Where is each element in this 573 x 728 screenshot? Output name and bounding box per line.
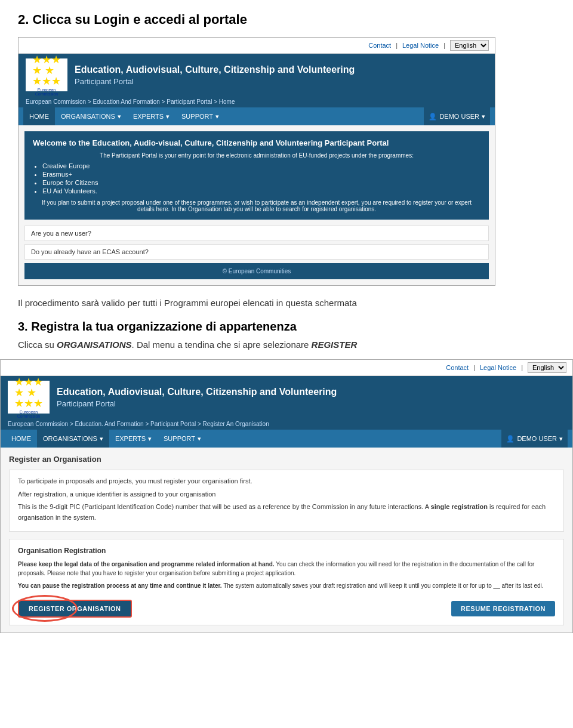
register-content: Register an Organisation To participate … bbox=[1, 448, 572, 633]
contact-link-2[interactable]: Contact bbox=[446, 364, 469, 371]
nav-user[interactable]: 👤 DEMO USER ▾ bbox=[424, 107, 490, 125]
portal-screenshot-1: Contact | Legal Notice | English ★★★★ ★★… bbox=[18, 37, 495, 286]
legal-notice-link[interactable]: Legal Notice bbox=[402, 42, 439, 49]
resume-registration-button[interactable]: RESUME REGISTRATION bbox=[451, 601, 555, 616]
register-btn-wrapper: REGISTER ORGANISATION bbox=[18, 600, 132, 618]
list-item: Creative Europe bbox=[42, 162, 480, 169]
faq-item-2[interactable]: Do you already have an ECAS account? bbox=[24, 244, 489, 260]
org-registration-section: Organisation Registration Please keep th… bbox=[9, 539, 564, 625]
portal1-footer: © European Communities bbox=[24, 263, 489, 279]
info-line2: After registration, a unique identifier … bbox=[18, 489, 555, 500]
portal1-content: Welcome to the Education, Audio-visual, … bbox=[19, 125, 495, 285]
experts-dropdown-icon: ▾ bbox=[166, 113, 170, 121]
org-p2-strong: You can pause the registration process a… bbox=[18, 582, 222, 589]
legal-notice-link-2[interactable]: Legal Notice bbox=[480, 364, 516, 371]
info-line3: This is the 9-digit PIC (Participant Ide… bbox=[18, 502, 555, 523]
portal-screenshot-2: Contact | Legal Notice | English ★★★★ ★★… bbox=[0, 359, 573, 633]
info-box: To participate in proposals and projects… bbox=[9, 470, 564, 532]
list-item: EU Aid Volunteers. bbox=[42, 187, 480, 195]
portal2-nav: HOME ORGANISATIONS ▾ EXPERTS ▾ SUPPORT ▾… bbox=[1, 430, 572, 448]
portal2-header: ★★★★ ★★★★ European Commission Education,… bbox=[1, 376, 572, 418]
logo-label2: Commission bbox=[35, 92, 58, 96]
section3-title: 3. Registra la tua organizzazione di app… bbox=[18, 320, 555, 334]
nav2-organisations[interactable]: ORGANISATIONS ▾ bbox=[37, 430, 109, 448]
org-section-p1: Please keep the legal data of the organi… bbox=[18, 560, 555, 578]
portal1-nav: HOME ORGANISATIONS ▾ EXPERTS ▾ SUPPORT ▾… bbox=[19, 107, 495, 125]
organisations-dropdown-icon-2: ▾ bbox=[100, 435, 103, 443]
portal1-topbar: Contact | Legal Notice | English bbox=[19, 38, 495, 54]
user-dropdown-icon-2: ▾ bbox=[559, 435, 563, 443]
support-dropdown-icon: ▾ bbox=[215, 113, 219, 121]
portal2-header-text: Education, Audiovisual, Culture, Citizen… bbox=[57, 387, 337, 408]
portal1-sub-title: Participant Portal bbox=[75, 77, 355, 86]
eu-stars-2: ★★★★ ★★★★ bbox=[14, 377, 43, 409]
nav2-user[interactable]: 👤 DEMO USER ▾ bbox=[501, 430, 568, 448]
welcome-footer: If you plan to submit a project proposal… bbox=[33, 199, 480, 212]
org-section-title: Organisation Registration bbox=[18, 547, 555, 555]
info-line3-strong: single registration bbox=[431, 503, 488, 510]
eu-stars: ★★★★ ★★★★ bbox=[32, 54, 61, 87]
user-icon: 👤 bbox=[429, 113, 437, 121]
body-text: Il procedimento sarà valido per tutti i … bbox=[18, 298, 555, 308]
page-title: Register an Organisation bbox=[9, 455, 564, 464]
portal1-header-text: Education, Audiovisual, Culture, Citizen… bbox=[75, 64, 355, 86]
organisations-dropdown-icon: ▾ bbox=[118, 113, 121, 121]
org-p1-label: Please keep the legal data of the organi… bbox=[18, 561, 275, 567]
nav-organisations[interactable]: ORGANISATIONS ▾ bbox=[55, 107, 127, 125]
list-item: Erasmus+ bbox=[42, 171, 480, 178]
reg-buttons: REGISTER ORGANISATION RESUME REGISTRATIO… bbox=[18, 600, 555, 618]
portal2-breadcrumb: European Commission > Education. And For… bbox=[1, 418, 572, 430]
language-select-2[interactable]: English bbox=[528, 362, 566, 373]
logo-label1-2: European bbox=[20, 410, 38, 414]
info-line1: To participate in proposals and projects… bbox=[18, 476, 555, 487]
portal1-breadcrumb: European Commission > Education And Form… bbox=[19, 96, 495, 107]
nav-support[interactable]: SUPPORT ▾ bbox=[175, 107, 225, 125]
welcome-intro: The Participant Portal is your entry poi… bbox=[33, 152, 480, 159]
register-organisation-button[interactable]: REGISTER ORGANISATION bbox=[18, 600, 132, 618]
logo-label1: European bbox=[38, 88, 56, 92]
logo-label2-2: Commission bbox=[17, 414, 41, 418]
info-line3-mid: that will be used as a reference by the … bbox=[199, 503, 430, 510]
nav2-home[interactable]: HOME bbox=[5, 430, 37, 448]
portal2-main-title: Education, Audiovisual, Culture, Citizen… bbox=[57, 387, 337, 397]
portal1-main-title: Education, Audiovisual, Culture, Citizen… bbox=[75, 64, 355, 75]
nav-experts[interactable]: EXPERTS ▾ bbox=[127, 107, 175, 125]
info-line3-pre: This is the 9-digit PIC (Participant Ide… bbox=[18, 503, 199, 510]
user-dropdown-icon: ▾ bbox=[482, 113, 485, 121]
user-icon-2: 👤 bbox=[506, 435, 515, 443]
welcome-title: Welcome to the Education, Audio-visual, … bbox=[33, 138, 480, 147]
list-item: Europe for Citizens bbox=[42, 179, 480, 186]
faq-item-1[interactable]: Are you a new user? bbox=[24, 226, 489, 241]
eu-logo-2: ★★★★ ★★★★ European Commission bbox=[8, 381, 50, 414]
eu-logo: ★★★★ ★★★★ European Commission bbox=[26, 58, 67, 91]
portal2-sub-title: Participant Portal bbox=[57, 399, 337, 408]
portal1-header: ★★★★ ★★★★ European Commission Education,… bbox=[19, 54, 495, 96]
nav-home[interactable]: HOME bbox=[23, 107, 55, 125]
contact-link[interactable]: Contact bbox=[368, 42, 391, 49]
welcome-list: Creative Europe Erasmus+ Europe for Citi… bbox=[42, 162, 480, 195]
section2-title: 2. Clicca su Login e accedi al portale bbox=[18, 12, 555, 27]
nav2-experts[interactable]: EXPERTS ▾ bbox=[109, 430, 158, 448]
support-dropdown-icon-2: ▾ bbox=[198, 435, 201, 443]
nav2-support[interactable]: SUPPORT ▾ bbox=[158, 430, 207, 448]
org-section-p2: You can pause the registration process a… bbox=[18, 581, 555, 590]
language-select[interactable]: English bbox=[450, 40, 489, 51]
experts-dropdown-icon-2: ▾ bbox=[148, 435, 152, 443]
welcome-box: Welcome to the Education, Audio-visual, … bbox=[24, 131, 489, 220]
org-p2-text: The system automatically saves your draf… bbox=[223, 582, 543, 589]
portal2-topbar: Contact | Legal Notice | English bbox=[1, 360, 572, 376]
click-instruction: Clicca su ORGANISATIONS. Dal menu a tend… bbox=[18, 340, 555, 350]
